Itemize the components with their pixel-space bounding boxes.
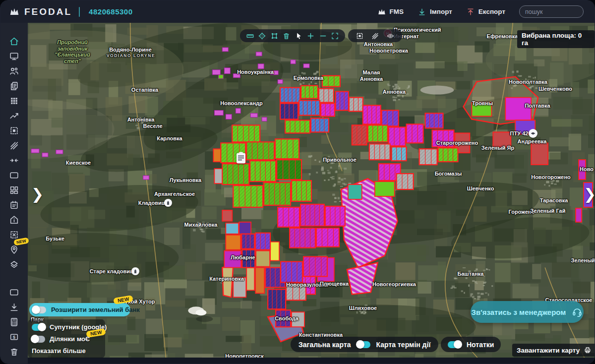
documents-icon	[9, 81, 19, 91]
right-panel-chevron-icon[interactable]: ❯	[584, 187, 595, 202]
show-more-button[interactable]: Показати більше	[32, 347, 101, 355]
map-mode-switch: Загальна карта Карта термін дії	[291, 337, 438, 352]
map-layers-panel: Супутник (google)Ділянки моЄNEW Показати…	[28, 319, 105, 358]
arrow-up-icon	[466, 7, 475, 16]
home-icon	[9, 36, 19, 47]
header-nav: FMSІмпортЕкспорт	[377, 5, 595, 18]
fullscreen-tool-button[interactable]	[330, 31, 340, 41]
hatch-icon	[9, 140, 19, 151]
sidebar-item-trend[interactable]	[6, 108, 23, 123]
header: FEODAL 4820685300 FMSІмпортЕкспорт	[0, 0, 595, 23]
plus-icon	[306, 32, 315, 40]
feodal-crown-icon	[8, 6, 20, 17]
sidebar-item-home[interactable]	[6, 34, 23, 49]
sidebar-item-calculator[interactable]	[6, 314, 23, 329]
expand-land-bank-button[interactable]: Розширити земельний банк	[29, 303, 130, 316]
nav-label: Імпорт	[430, 8, 452, 15]
target-tool-button[interactable]	[257, 31, 267, 41]
sidebar-item-hatch[interactable]	[6, 138, 23, 153]
download-map-label: Завантажити карту	[517, 347, 580, 354]
sidebar-item-keypad[interactable]	[6, 93, 23, 108]
logo[interactable]: FEODAL 4820685300	[0, 6, 133, 17]
contact-manager-button[interactable]: Зв'язатись з менеджером	[471, 301, 584, 323]
hatch-icon	[371, 32, 379, 40]
header-divider	[79, 7, 80, 17]
svg-text:$: $	[13, 334, 15, 339]
search-input[interactable]	[519, 5, 584, 18]
download-map-button[interactable]: Завантажити карту	[512, 344, 595, 357]
sidebar-item-trash[interactable]	[6, 344, 23, 359]
notes-switch: Нотатки	[441, 337, 501, 352]
expiry-map-label[interactable]: Карта термін дії	[376, 341, 431, 349]
monument-marker-icon[interactable]	[164, 199, 172, 207]
trend-icon	[9, 111, 19, 121]
notes-label: Нотатки	[467, 341, 494, 349]
sidebar-item-layers[interactable]	[6, 257, 23, 272]
cursor-tool-button[interactable]	[294, 31, 304, 41]
screen2-icon	[9, 287, 19, 298]
layer-toggle-1[interactable]	[32, 336, 45, 343]
sidebar-item-documents[interactable]	[6, 78, 23, 93]
layer-label: Ділянки моЄ	[50, 335, 90, 343]
ruler-tool-button[interactable]	[245, 31, 255, 41]
fullscreen-icon	[331, 32, 339, 40]
tiles-tool-button[interactable]	[355, 31, 365, 41]
sidebar-item-home-info[interactable]	[6, 212, 23, 227]
sidebar-item-notebook[interactable]	[6, 197, 23, 212]
sidebar-item-layout[interactable]	[6, 182, 23, 197]
minus-tool-button[interactable]	[318, 31, 328, 41]
notes-toggle[interactable]	[448, 341, 461, 348]
trash-icon	[9, 347, 19, 357]
sidebar-item-users[interactable]	[6, 63, 23, 78]
users-icon	[9, 66, 19, 76]
merge-icon	[9, 155, 19, 166]
crown-icon	[377, 7, 386, 16]
printer-icon	[584, 346, 592, 354]
nav-fms[interactable]: FMS	[377, 7, 404, 16]
screenshot-frame: FEODAL 4820685300 FMSІмпортЕкспорт NEW$ …	[0, 0, 595, 364]
trash-tool-button[interactable]	[281, 31, 292, 41]
general-map-label[interactable]: Загальна карта	[298, 341, 351, 349]
layer-toolbar	[348, 29, 402, 42]
account-id: 4820685300	[89, 7, 132, 16]
plus-tool-button[interactable]	[305, 31, 316, 41]
trash-icon	[282, 32, 291, 40]
sidebar-item-monitor[interactable]	[6, 49, 23, 63]
sidebar-item-merge[interactable]	[6, 153, 23, 168]
calculator-icon	[9, 317, 19, 327]
monument-marker-icon[interactable]	[131, 267, 139, 275]
sidebar-item-money[interactable]: $	[6, 329, 23, 344]
download-icon	[9, 302, 19, 312]
logo-text: FEODAL	[24, 6, 72, 17]
polygon-tool-button[interactable]	[269, 31, 280, 41]
sidebar-item-download[interactable]	[6, 300, 23, 314]
sidebar-item-screen[interactable]	[6, 168, 23, 182]
sidebar-item-screen2[interactable]	[6, 285, 23, 300]
layers-icon	[9, 259, 19, 270]
money-icon: $	[9, 332, 19, 342]
expand-bank-label: Розширити земельний банк	[51, 306, 140, 313]
school-marker-icon[interactable]	[529, 129, 537, 138]
nav-експорт[interactable]: Експорт	[466, 7, 505, 16]
layer-toggle-0[interactable]	[32, 324, 45, 331]
sidebar-item-pin[interactable]: NEW	[6, 242, 23, 257]
tiles-icon	[356, 32, 364, 40]
map-note-icon[interactable]	[237, 153, 245, 164]
sidebar-expand-chevron-icon[interactable]: ❯	[31, 187, 44, 202]
expand-bank-toggle[interactable]	[33, 306, 46, 313]
polygon-icon	[270, 32, 279, 40]
home-info-icon	[9, 215, 19, 225]
hatch-tool-button[interactable]	[370, 31, 380, 41]
contact-manager-label: Зв'язатись з менеджером	[472, 308, 566, 316]
split-tool-button[interactable]	[385, 31, 396, 41]
headset-icon	[572, 306, 583, 317]
layer-row-0: Супутник (google)	[32, 323, 101, 331]
selected-area-badge: Вибрана площа: 0 га	[517, 30, 595, 48]
nav-label: FMS	[390, 8, 404, 15]
nav-імпорт[interactable]: Імпорт	[417, 7, 452, 16]
cursor-icon	[295, 32, 303, 40]
map-mode-toggle[interactable]	[357, 341, 370, 348]
layer-row-1: Ділянки моЄNEW	[32, 335, 101, 343]
dotted-square-icon	[9, 125, 19, 136]
sidebar-item-dotted-square[interactable]	[6, 123, 23, 138]
